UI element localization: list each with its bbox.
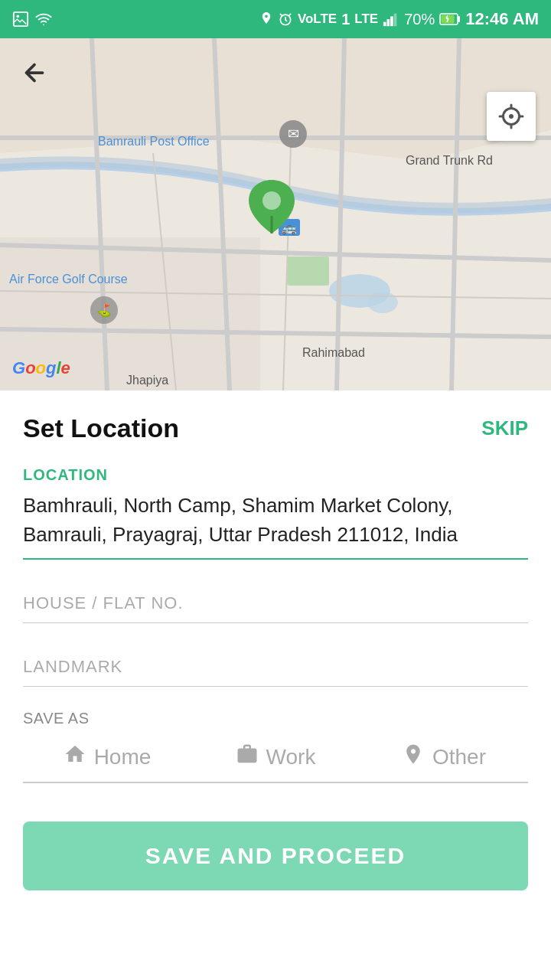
svg-point-18 bbox=[367, 292, 398, 313]
svg-rect-4 bbox=[383, 22, 386, 26]
svg-text:✉: ✉ bbox=[288, 126, 299, 142]
svg-rect-6 bbox=[390, 16, 393, 26]
location-section-label: LOCATION bbox=[23, 466, 528, 484]
svg-rect-7 bbox=[394, 14, 397, 26]
save-option-work-inner: Work bbox=[236, 743, 316, 771]
volte-label: VoLTE bbox=[298, 11, 337, 27]
svg-text:Grand Trunk Rd: Grand Trunk Rd bbox=[406, 154, 493, 167]
status-right-icons: VoLTE 1 LTE 70% 12:46 AM bbox=[259, 9, 539, 29]
current-location-button[interactable] bbox=[487, 92, 536, 141]
back-arrow-icon bbox=[21, 59, 48, 87]
back-button[interactable] bbox=[15, 54, 54, 92]
signal-icon bbox=[383, 11, 399, 27]
save-option-home[interactable]: Home bbox=[23, 743, 191, 783]
save-option-home-inner: Home bbox=[64, 743, 152, 771]
svg-text:Rahimabad: Rahimabad bbox=[302, 346, 365, 359]
svg-text:Air Force Golf Course: Air Force Golf Course bbox=[9, 273, 128, 286]
save-as-label: SAVE AS bbox=[23, 710, 528, 727]
svg-rect-5 bbox=[387, 19, 390, 26]
save-proceed-button[interactable]: SAVE AND PROCEED bbox=[23, 822, 528, 890]
house-flat-input[interactable] bbox=[23, 583, 528, 623]
battery-percent: 70% bbox=[404, 11, 435, 28]
other-label: Other bbox=[432, 745, 486, 769]
wifi-icon bbox=[35, 11, 52, 28]
svg-marker-15 bbox=[0, 38, 551, 161]
svg-rect-9 bbox=[458, 16, 460, 22]
status-time: 12:46 AM bbox=[465, 9, 539, 29]
svg-text:Bamrauli Post Office: Bamrauli Post Office bbox=[98, 135, 210, 148]
header-row: Set Location SKIP bbox=[23, 413, 528, 443]
crosshair-icon bbox=[497, 103, 525, 130]
other-icon bbox=[402, 743, 425, 771]
svg-point-35 bbox=[262, 191, 281, 210]
home-label: Home bbox=[94, 745, 152, 769]
lte-label: LTE bbox=[354, 11, 378, 27]
svg-point-2 bbox=[43, 24, 44, 25]
svg-point-45 bbox=[509, 114, 514, 119]
battery-icon bbox=[439, 12, 461, 26]
save-option-other-inner: Other bbox=[402, 743, 486, 771]
map-svg: ✉ 🚌 Bamrauli Post Office Grand Trunk Rd … bbox=[0, 38, 551, 390]
work-icon bbox=[236, 743, 259, 771]
bottom-panel: Set Location SKIP LOCATION Bamhrauli, No… bbox=[0, 390, 551, 906]
save-option-work[interactable]: Work bbox=[191, 743, 360, 783]
status-bar: VoLTE 1 LTE 70% 12:46 AM bbox=[0, 0, 551, 38]
save-options: Home Work Other bbox=[23, 743, 528, 783]
page-title: Set Location bbox=[23, 413, 179, 443]
skip-button[interactable]: SKIP bbox=[481, 416, 528, 440]
svg-text:⛳: ⛳ bbox=[96, 303, 112, 318]
home-icon bbox=[64, 743, 86, 771]
map-container: ✉ 🚌 Bamrauli Post Office Grand Trunk Rd … bbox=[0, 38, 551, 390]
gallery-icon bbox=[12, 11, 29, 28]
alarm-icon bbox=[278, 11, 293, 27]
landmark-input[interactable] bbox=[23, 646, 528, 687]
location-address: Bamhrauli, North Camp, Shamim Market Col… bbox=[23, 492, 528, 560]
location-status-icon bbox=[259, 11, 273, 28]
work-label: Work bbox=[266, 745, 316, 769]
network-number: 1 bbox=[341, 11, 350, 28]
google-logo: Google bbox=[12, 358, 70, 378]
svg-point-1 bbox=[17, 15, 20, 18]
svg-rect-19 bbox=[287, 256, 329, 286]
status-left-icons bbox=[12, 11, 52, 28]
svg-text:Jhapiya: Jhapiya bbox=[126, 374, 168, 387]
save-option-other[interactable]: Other bbox=[360, 743, 528, 783]
